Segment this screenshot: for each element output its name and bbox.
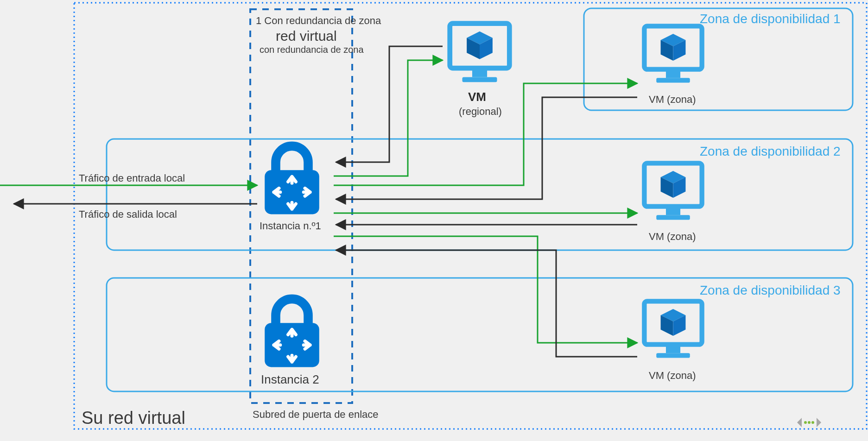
gateway-instance-2-label: Instancia 2 bbox=[261, 372, 319, 386]
svg-marker-7 bbox=[797, 418, 802, 427]
arrow-inst1-to-z3-green bbox=[334, 236, 637, 343]
arrow-z3-to-inst1-dark bbox=[336, 250, 637, 357]
svg-point-10 bbox=[811, 421, 814, 424]
vm-regional-sub: (regional) bbox=[459, 106, 502, 117]
arrow-inst1-to-vmreg-green bbox=[334, 60, 443, 176]
label-outbound: Tráfico de salida local bbox=[79, 208, 177, 220]
gateway-instance-1-label: Instancia n.º1 bbox=[260, 220, 321, 232]
vm-zone-2-label: VM (zona) bbox=[649, 231, 696, 242]
vnet-title: Su red virtual bbox=[82, 408, 185, 428]
vm-zone-3-icon bbox=[644, 301, 702, 358]
vm-zone-3-label: VM (zona) bbox=[649, 370, 696, 381]
gateway-subnet-subtitle: red virtual bbox=[276, 28, 337, 44]
svg-marker-11 bbox=[817, 418, 821, 427]
vm-zone-1-label: VM (zona) bbox=[649, 94, 696, 105]
footer-marker-icon bbox=[797, 418, 821, 427]
vm-zone-2-icon bbox=[644, 163, 702, 220]
gateway-subnet-caption: Subred de puerta de enlace bbox=[253, 409, 379, 420]
vm-zone-1-icon bbox=[644, 26, 702, 82]
diagram-canvas: Su red virtual 1 Con redundancia de zona… bbox=[0, 0, 868, 441]
svg-point-9 bbox=[808, 421, 811, 424]
vm-regional-icon bbox=[450, 24, 510, 82]
gateway-instance-2-icon bbox=[265, 299, 319, 367]
label-inbound: Tráfico de entrada local bbox=[79, 172, 185, 184]
zone-2-label: Zona de disponibilidad 2 bbox=[700, 144, 841, 158]
gateway-subnet-note: con redundancia de zona bbox=[260, 44, 364, 55]
gateway-subnet-title: 1 Con redundancia de zona bbox=[256, 15, 381, 26]
zone-3-label: Zona de disponibilidad 3 bbox=[700, 283, 841, 297]
svg-point-8 bbox=[804, 421, 807, 424]
vm-regional-title: VM bbox=[468, 90, 486, 104]
zone-1-label: Zona de disponibilidad 1 bbox=[700, 12, 841, 26]
gateway-instance-1-icon bbox=[265, 146, 319, 214]
